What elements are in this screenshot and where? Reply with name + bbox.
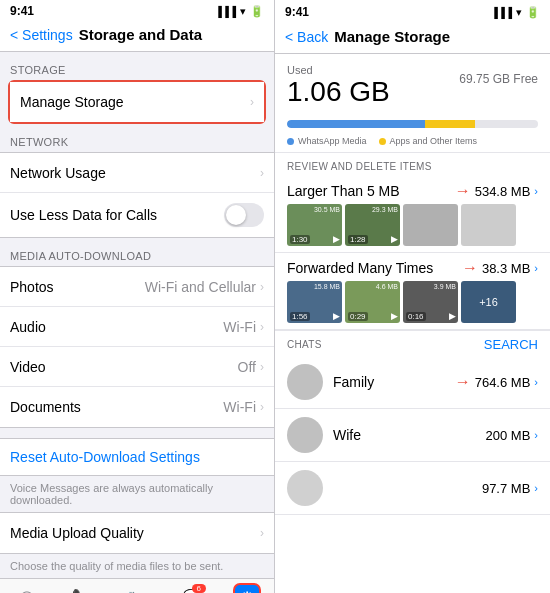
thumb-2-size: 29.3 MB: [372, 206, 398, 213]
larger-than-5mb-title: Larger Than 5 MB: [287, 183, 400, 199]
forwarded-red-arrow-icon: →: [462, 259, 478, 277]
left-time: 9:41: [10, 4, 34, 18]
media-upload-chevron: ›: [260, 526, 264, 540]
media-section-header-wrap: MEDIA AUTO-DOWNLOAD Photos Wi-Fi and Cel…: [0, 238, 274, 428]
chat-wife[interactable]: Wife 200 MB ›: [275, 409, 550, 462]
fwd-thumb-4-label: +16: [479, 296, 498, 308]
thumb-2: 29.3 MB 1:28 ▶: [345, 204, 400, 246]
network-usage-label: Network Usage: [10, 165, 106, 181]
use-less-data-item[interactable]: Use Less Data for Calls: [0, 193, 274, 237]
family-size: 764.6 MB: [475, 375, 531, 390]
calls-icon: 📞: [72, 588, 92, 594]
media-upload-item[interactable]: Media Upload Quality ›: [0, 513, 274, 553]
network-group: Network Usage › Use Less Data for Calls: [0, 152, 274, 238]
right-panel: 9:41 ▐▐▐ ▾ 🔋 < Back Manage Storage Used …: [275, 0, 550, 593]
r-battery-icon: 🔋: [526, 6, 540, 19]
tab-settings[interactable]: ⚙ Settings: [219, 583, 274, 593]
right-nav-back[interactable]: < Back: [285, 29, 328, 45]
storage-size: 1.06 GB: [287, 76, 390, 108]
documents-label: Documents: [10, 399, 81, 415]
chat-family[interactable]: Family → 764.6 MB ›: [275, 356, 550, 409]
chats-icon-wrap: 💬 6: [182, 588, 202, 594]
thumb-4: [461, 204, 516, 246]
family-right: → 764.6 MB ›: [455, 373, 538, 391]
thumb-1-label: 1:30: [290, 235, 310, 244]
audio-item[interactable]: Audio Wi-Fi ›: [0, 307, 274, 347]
network-usage-item[interactable]: Network Usage ›: [0, 153, 274, 193]
chat3-size: 97.7 MB: [482, 481, 530, 496]
use-less-data-toggle[interactable]: [224, 203, 264, 227]
wifi-icon: ▾: [240, 5, 246, 18]
whatsapp-dot: [287, 138, 294, 145]
right-status-bar: 9:41 ▐▐▐ ▾ 🔋: [275, 0, 550, 22]
documents-item[interactable]: Documents Wi-Fi ›: [0, 387, 274, 427]
left-nav-title: Storage and Data: [79, 26, 202, 43]
status-icon: ◎: [19, 586, 35, 593]
larger-than-5mb-item[interactable]: Larger Than 5 MB → 534.8 MB › 30.5 MB 1:…: [275, 176, 550, 253]
video-label: Video: [10, 359, 46, 375]
forwarded-thumbs-row: 15.8 MB 1:56 ▶ 4.6 MB 0:29 ▶ 3.9 MB 0:16…: [287, 281, 538, 323]
larger-than-5mb-header: Larger Than 5 MB → 534.8 MB ›: [287, 182, 538, 200]
forwarded-size: 38.3 MB: [482, 261, 530, 276]
camera-icon: 📷: [127, 588, 147, 594]
chats-search[interactable]: SEARCH: [484, 337, 538, 352]
manage-storage-item[interactable]: Manage Storage ›: [10, 82, 264, 122]
chat3-chevron: ›: [534, 482, 538, 494]
fwd-thumb-2: 4.6 MB 0:29 ▶: [345, 281, 400, 323]
r-signal-icon: ▐▐▐: [491, 7, 512, 18]
left-status-icons: ▐▐▐ ▾ 🔋: [215, 5, 264, 18]
tab-camera[interactable]: 📷 Camera: [110, 588, 165, 594]
apps-legend-label: Apps and Other Items: [390, 136, 478, 146]
reset-link[interactable]: Reset Auto-Download Settings: [0, 438, 274, 476]
video-item[interactable]: Video Off ›: [0, 347, 274, 387]
storage-progress-bar: [287, 120, 538, 128]
media-upload-label: Media Upload Quality: [10, 525, 144, 541]
network-usage-chevron: ›: [260, 166, 264, 180]
forwarded-many-times-item[interactable]: Forwarded Many Times → 38.3 MB › 15.8 MB…: [275, 253, 550, 330]
chat3-avatar: [287, 470, 323, 506]
wife-chevron: ›: [534, 429, 538, 441]
left-status-bar: 9:41 ▐▐▐ ▾ 🔋: [0, 0, 274, 20]
media-section-header: MEDIA AUTO-DOWNLOAD: [0, 238, 274, 266]
fwd-thumb-1-label: 1:56: [290, 312, 310, 321]
tab-bar: ◎ Status 📞 Calls 📷 Camera 💬 6 Chats ⚙ Se…: [0, 578, 274, 593]
tab-calls[interactable]: 📞 Calls: [55, 588, 110, 594]
whatsapp-progress: [287, 120, 425, 128]
battery-icon: 🔋: [250, 5, 264, 18]
fwd-thumb-3-label: 0:16: [406, 312, 426, 321]
photos-item[interactable]: Photos Wi-Fi and Cellular ›: [0, 267, 274, 307]
manage-storage-label: Manage Storage: [20, 94, 124, 110]
network-section-header-wrap: NETWORK Network Usage › Use Less Data fo…: [0, 124, 274, 238]
forwarded-arrow: → 38.3 MB ›: [462, 259, 538, 277]
family-arrow-icon: →: [455, 373, 471, 391]
right-nav-title: Manage Storage: [334, 28, 450, 45]
wife-right: 200 MB ›: [486, 428, 538, 443]
wife-name: Wife: [333, 427, 486, 443]
fwd-thumb-3-size: 3.9 MB: [434, 283, 456, 290]
tab-chats[interactable]: 💬 6 Chats: [164, 588, 219, 594]
storage-used-label: Used: [287, 64, 390, 76]
video-value: Off ›: [238, 359, 264, 375]
media-upload-note: Choose the quality of media files to be …: [0, 554, 274, 578]
tab-status[interactable]: ◎ Status: [0, 586, 55, 593]
left-nav-bar: < Settings Storage and Data: [0, 20, 274, 52]
chats-header: CHATS SEARCH: [275, 330, 550, 356]
fwd-thumb-2-label: 0:29: [348, 312, 368, 321]
chat-3[interactable]: 97.7 MB ›: [275, 462, 550, 515]
storage-section-header-wrap: STORAGE Manage Storage ›: [0, 52, 274, 124]
review-section-header: REVIEW AND DELETE ITEMS: [275, 152, 550, 176]
chats-badge: 6: [192, 584, 206, 593]
signal-icon: ▐▐▐: [215, 6, 236, 17]
larger-thumbs-row: 30.5 MB 1:30 ▶ 29.3 MB 1:28 ▶: [287, 204, 538, 246]
left-nav-back[interactable]: < Settings: [10, 27, 73, 43]
larger-chevron: ›: [534, 185, 538, 197]
larger-than-5mb-arrow: → 534.8 MB ›: [455, 182, 538, 200]
wife-avatar: [287, 417, 323, 453]
larger-than-5mb-size: 534.8 MB: [475, 184, 531, 199]
right-nav-bar: < Back Manage Storage: [275, 22, 550, 54]
storage-free: 69.75 GB Free: [459, 72, 538, 86]
family-name: Family: [333, 374, 455, 390]
fwd-thumb-1-size: 15.8 MB: [314, 283, 340, 290]
forwarded-title: Forwarded Many Times: [287, 260, 433, 276]
storage-section-header: STORAGE: [0, 52, 274, 80]
